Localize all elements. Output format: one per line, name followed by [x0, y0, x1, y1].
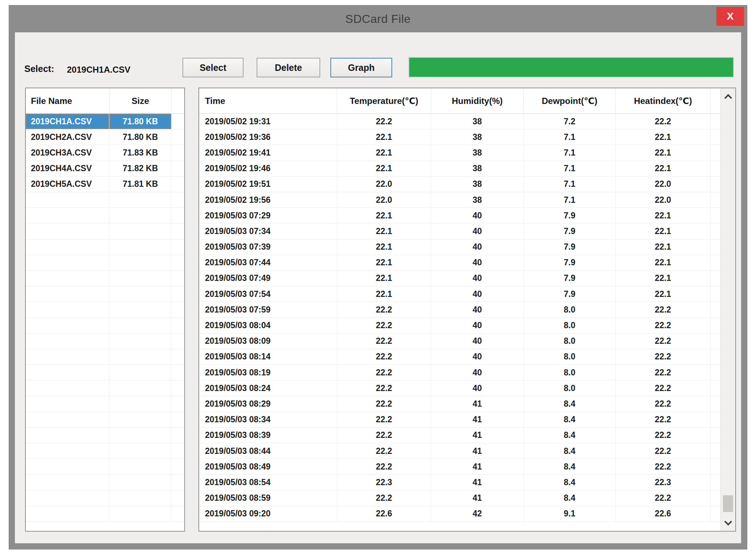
- file-row[interactable]: [26, 286, 184, 302]
- table-row[interactable]: 2019/05/02 19:46 22.1 38 7.1 22.1: [199, 161, 720, 177]
- file-row[interactable]: [26, 255, 184, 271]
- file-row[interactable]: [26, 380, 184, 396]
- file-name-cell: [26, 506, 109, 521]
- file-row[interactable]: 2019CH2A.CSV 71.80 KB: [26, 129, 184, 145]
- table-row[interactable]: 2019/05/03 07:49 22.1 40 7.9 22.1: [199, 271, 720, 286]
- humidity-cell: 40: [431, 208, 524, 223]
- table-row[interactable]: 2019/05/03 08:49 22.2 41 8.4 22.2: [199, 459, 720, 475]
- heatindex-cell: 22.2: [616, 396, 711, 411]
- file-row[interactable]: [26, 334, 184, 349]
- file-row[interactable]: 2019CH3A.CSV 71.83 KB: [26, 145, 184, 161]
- table-row[interactable]: 2019/05/02 19:31 22.2 38 7.2 22.2: [199, 114, 720, 129]
- file-filler-cell: [172, 208, 184, 223]
- table-row[interactable]: 2019/05/03 07:59 22.2 40 8.0 22.2: [199, 302, 720, 318]
- table-row[interactable]: 2019/05/02 19:41 22.1 38 7.1 22.1: [199, 145, 720, 161]
- file-size-column-header[interactable]: Size: [109, 88, 172, 113]
- file-row[interactable]: [26, 491, 184, 506]
- file-row[interactable]: [26, 428, 184, 443]
- file-row[interactable]: 2019CH1A.CSV 71.80 KB: [26, 114, 184, 129]
- table-row[interactable]: 2019/05/03 07:29 22.1 40 7.9 22.1: [199, 208, 720, 223]
- table-row[interactable]: 2019/05/02 19:56 22.0 38 7.1 22.0: [199, 192, 720, 208]
- table-row[interactable]: 2019/05/03 07:54 22.1 40 7.9 22.1: [199, 286, 720, 302]
- heatindex-cell: 22.2: [616, 459, 711, 474]
- file-size-cell: [109, 443, 172, 459]
- heatindex-column-header[interactable]: Heatindex(℃): [616, 88, 711, 113]
- table-row[interactable]: 2019/05/03 07:34 22.1 40 7.9 22.1: [199, 223, 720, 239]
- window-body: Select: 2019CH1A.CSV Select Delete Graph…: [15, 32, 741, 543]
- file-row[interactable]: [26, 396, 184, 412]
- file-filler-cell: [172, 223, 184, 239]
- dewpoint-cell: 7.1: [524, 192, 616, 208]
- file-row[interactable]: [26, 208, 184, 223]
- file-row[interactable]: [26, 302, 184, 318]
- vertical-scrollbar[interactable]: [720, 88, 735, 531]
- file-filler-cell: [172, 239, 184, 255]
- file-row[interactable]: [26, 475, 184, 490]
- file-row[interactable]: [26, 271, 184, 286]
- file-row[interactable]: [26, 365, 184, 380]
- file-name-cell: [26, 349, 109, 364]
- time-cell: 2019/05/02 19:36: [199, 129, 337, 145]
- graph-button[interactable]: Graph: [330, 58, 392, 77]
- table-row[interactable]: 2019/05/03 08:34 22.2 41 8.4 22.2: [199, 412, 720, 428]
- file-row[interactable]: [26, 223, 184, 239]
- temperature-cell: 22.1: [337, 286, 431, 302]
- file-row[interactable]: [26, 239, 184, 255]
- data-filler-cell: [711, 459, 720, 474]
- dewpoint-cell: 7.9: [524, 208, 616, 223]
- file-size-cell: [109, 380, 172, 396]
- table-row[interactable]: 2019/05/03 08:44 22.2 41 8.4 22.2: [199, 443, 720, 459]
- table-row[interactable]: 2019/05/03 08:59 22.2 41 8.4 22.2: [199, 491, 720, 506]
- humidity-cell: 41: [431, 428, 524, 443]
- file-row[interactable]: [26, 349, 184, 365]
- heatindex-cell: 22.1: [616, 286, 711, 302]
- select-button[interactable]: Select: [182, 58, 244, 77]
- time-column-header[interactable]: Time: [199, 88, 337, 113]
- file-row[interactable]: [26, 412, 184, 428]
- sdcard-file-window: SDCard File X Select: 2019CH1A.CSV Selec…: [9, 5, 747, 549]
- table-row[interactable]: 2019/05/03 08:29 22.2 41 8.4 22.2: [199, 396, 720, 412]
- file-row[interactable]: [26, 459, 184, 475]
- temperature-column-header[interactable]: Temperature(℃): [337, 88, 431, 113]
- file-row[interactable]: [26, 443, 184, 459]
- table-row[interactable]: 2019/05/03 08:39 22.2 41 8.4 22.2: [199, 428, 720, 443]
- close-button[interactable]: X: [716, 7, 744, 26]
- humidity-cell: 40: [431, 334, 524, 349]
- scrollbar-thumb[interactable]: [723, 495, 733, 512]
- file-row[interactable]: 2019CH5A.CSV 71.81 KB: [26, 177, 184, 192]
- heatindex-cell: 22.2: [616, 302, 711, 317]
- data-table-header-row: Time Temperature(℃) Humidity(%) Dewpoint…: [199, 88, 720, 114]
- file-row[interactable]: [26, 318, 184, 333]
- titlebar[interactable]: SDCard File X: [9, 5, 747, 32]
- file-row[interactable]: [26, 192, 184, 208]
- file-row[interactable]: [26, 506, 184, 522]
- table-row[interactable]: 2019/05/03 07:44 22.1 40 7.9 22.1: [199, 255, 720, 271]
- table-row[interactable]: 2019/05/03 08:04 22.2 40 8.0 22.2: [199, 318, 720, 333]
- humidity-column-header[interactable]: Humidity(%): [431, 88, 524, 113]
- table-row[interactable]: 2019/05/03 08:24 22.2 40 8.0 22.2: [199, 380, 720, 396]
- table-row[interactable]: 2019/05/03 08:54 22.3 41 8.4 22.3: [199, 475, 720, 490]
- table-row[interactable]: 2019/05/02 19:51 22.0 38 7.1 22.0: [199, 177, 720, 192]
- table-row[interactable]: 2019/05/03 07:39 22.1 40 7.9 22.1: [199, 239, 720, 255]
- file-list-filler-header: [172, 88, 184, 113]
- file-row[interactable]: 2019CH4A.CSV 71.82 KB: [26, 161, 184, 177]
- dewpoint-column-header[interactable]: Dewpoint(℃): [524, 88, 616, 113]
- data-filler-cell: [711, 365, 720, 380]
- humidity-cell: 38: [431, 161, 524, 176]
- table-row[interactable]: 2019/05/03 08:14 22.2 40 8.0 22.2: [199, 349, 720, 365]
- dewpoint-cell: 7.1: [524, 145, 616, 160]
- table-row[interactable]: 2019/05/03 09:20 22.6 42 9.1 22.6: [199, 506, 720, 522]
- table-row[interactable]: 2019/05/03 08:19 22.2 40 8.0 22.2: [199, 365, 720, 380]
- table-row[interactable]: 2019/05/03 08:09 22.2 40 8.0 22.2: [199, 334, 720, 349]
- delete-button[interactable]: Delete: [257, 58, 320, 77]
- humidity-cell: 41: [431, 412, 524, 427]
- scroll-down-button[interactable]: [721, 514, 735, 531]
- heatindex-cell: 22.1: [616, 208, 711, 223]
- scroll-up-button[interactable]: [721, 88, 735, 105]
- file-name-cell: [26, 302, 109, 317]
- heatindex-cell: 22.2: [616, 349, 711, 364]
- time-cell: 2019/05/03 07:49: [199, 271, 337, 286]
- temperature-cell: 22.2: [337, 491, 431, 506]
- file-name-column-header[interactable]: File Name: [26, 88, 109, 113]
- table-row[interactable]: 2019/05/02 19:36 22.1 38 7.1 22.1: [199, 129, 720, 145]
